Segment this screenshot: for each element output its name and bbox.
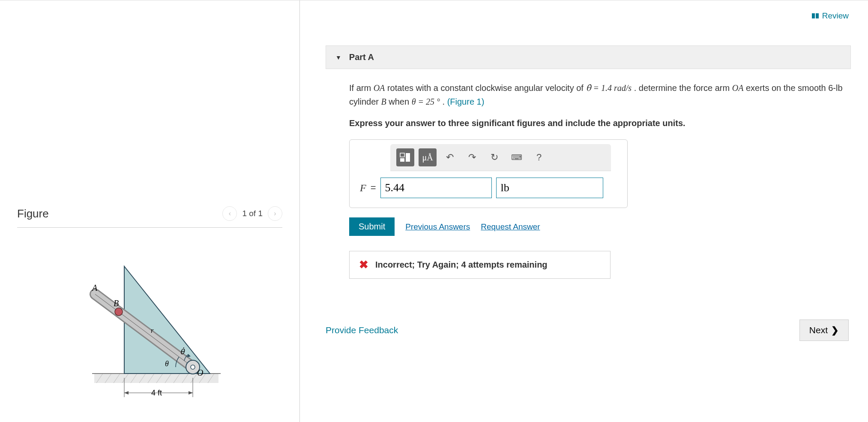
answer-row: F = bbox=[350, 171, 627, 208]
feedback-text: Incorrect; Try Again; 4 attempts remaini… bbox=[375, 260, 548, 270]
label-r: r bbox=[151, 326, 154, 335]
problem-text-2: rotates with a constant clockwise angula… bbox=[387, 83, 586, 93]
redo-icon[interactable]: ↷ bbox=[463, 148, 481, 166]
next-button[interactable]: Next ❯ bbox=[799, 320, 849, 341]
submit-row: Submit Previous Answers Request Answer bbox=[349, 217, 851, 236]
figure-title: Figure bbox=[17, 207, 49, 220]
feedback-box: ✖ Incorrect; Try Again; 4 attempts remai… bbox=[349, 251, 611, 279]
problem-statement: If arm OA rotates with a constant clockw… bbox=[349, 81, 851, 130]
equation-toolbar: μÅ ↶ ↷ ↻ ⌨ ? bbox=[390, 144, 611, 171]
equals-sign: = bbox=[371, 182, 376, 193]
submit-button[interactable]: Submit bbox=[349, 217, 395, 236]
svg-marker-27 bbox=[124, 391, 129, 395]
figure-pane: Figure ‹ 1 of 1 › bbox=[0, 0, 300, 422]
var-OA-2: OA bbox=[732, 83, 744, 93]
svg-point-21 bbox=[191, 365, 195, 369]
book-icon bbox=[812, 13, 819, 18]
answer-value-input[interactable] bbox=[380, 178, 492, 198]
chevron-right-icon: ❯ bbox=[831, 325, 839, 335]
help-icon[interactable]: ? bbox=[530, 148, 548, 166]
reset-icon[interactable]: ↻ bbox=[485, 148, 503, 166]
problem-text-6: . bbox=[443, 97, 447, 106]
answer-box: μÅ ↶ ↷ ↻ ⌨ ? F = bbox=[349, 139, 628, 208]
svg-rect-29 bbox=[400, 153, 404, 157]
next-label: Next bbox=[809, 325, 828, 335]
label-theta: θ bbox=[165, 359, 169, 368]
figure-prev-button[interactable]: ‹ bbox=[222, 206, 237, 221]
label-dimension: 4 ft bbox=[151, 389, 162, 397]
label-O: O bbox=[197, 368, 203, 377]
review-label: Review bbox=[822, 11, 849, 21]
request-answer-link[interactable]: Request Answer bbox=[481, 222, 540, 232]
answer-variable-label: F bbox=[360, 182, 366, 194]
part-title: Part A bbox=[349, 52, 374, 62]
figure-reference-link[interactable]: (Figure 1) bbox=[447, 97, 485, 106]
svg-marker-28 bbox=[189, 391, 193, 395]
figure-header: Figure ‹ 1 of 1 › bbox=[17, 206, 282, 228]
var-OA: OA bbox=[374, 83, 385, 93]
eq-thetadot: θ̇ = 1.4 rad/s bbox=[586, 83, 632, 93]
template-icon[interactable] bbox=[396, 148, 414, 166]
svg-point-22 bbox=[115, 308, 123, 316]
previous-answers-link[interactable]: Previous Answers bbox=[405, 222, 470, 232]
part-header[interactable]: ▼ Part A bbox=[326, 45, 851, 69]
figure-next-button[interactable]: › bbox=[268, 206, 282, 221]
problem-text-1: If arm bbox=[349, 83, 374, 93]
figure-image: A B O r θ θ̇ 4 ft bbox=[17, 245, 282, 410]
problem-text-3: . determine the force arm bbox=[634, 83, 732, 93]
footer-row: Provide Feedback Next ❯ bbox=[326, 320, 851, 341]
figure-diagram: A B O r θ θ̇ 4 ft bbox=[69, 245, 231, 408]
question-pane: Review ▼ Part A If arm OA rotates with a… bbox=[300, 0, 868, 422]
review-link[interactable]: Review bbox=[812, 11, 849, 21]
label-A: A bbox=[91, 283, 98, 292]
undo-icon[interactable]: ↶ bbox=[441, 148, 459, 166]
problem-text-5: when bbox=[389, 97, 411, 106]
var-B: B bbox=[381, 97, 386, 106]
units-button[interactable]: μÅ bbox=[419, 148, 437, 166]
figure-nav: ‹ 1 of 1 › bbox=[222, 206, 282, 221]
answer-unit-input[interactable] bbox=[496, 178, 603, 198]
eq-theta: θ = 25 ° bbox=[412, 97, 440, 106]
incorrect-icon: ✖ bbox=[359, 258, 368, 271]
svg-rect-31 bbox=[400, 158, 404, 162]
figure-counter: 1 of 1 bbox=[242, 209, 263, 218]
label-B: B bbox=[114, 298, 119, 308]
answer-instruction: Express your answer to three significant… bbox=[349, 116, 851, 130]
caret-down-icon: ▼ bbox=[335, 54, 341, 61]
provide-feedback-link[interactable]: Provide Feedback bbox=[326, 325, 398, 335]
keyboard-icon[interactable]: ⌨ bbox=[508, 148, 526, 166]
svg-rect-30 bbox=[406, 153, 410, 162]
